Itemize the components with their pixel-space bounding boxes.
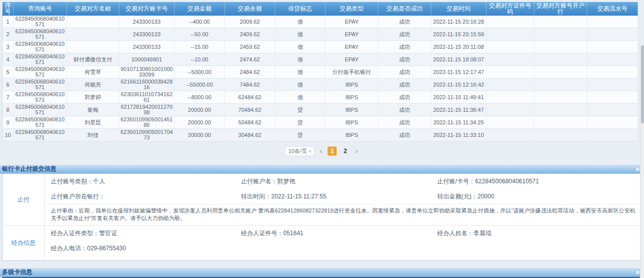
table-cell: 成功: [378, 41, 431, 53]
page-button-1[interactable]: 1: [328, 147, 337, 156]
table-cell: 何雪琴: [67, 66, 119, 79]
table-cell: 成功: [378, 79, 431, 91]
table-row: 86228450068040610571黄梅621728194200112709…: [3, 104, 638, 116]
field-row: 止付账户所在银行：转出时间：2022-11-15 11:27:55转出金额(元)…: [45, 189, 641, 204]
page-button-2[interactable]: 2: [341, 147, 350, 156]
table-cell: 刘星臣: [67, 116, 119, 129]
field-label: 经办人电话：: [51, 245, 87, 252]
table-cell: [587, 16, 638, 28]
table-cell: 3: [3, 41, 14, 53]
table-cell: 2022-11-15 11:34:25: [431, 116, 487, 129]
table-cell: [487, 129, 534, 142]
table-cell: [534, 53, 587, 66]
table-cell: 黄梅: [67, 104, 119, 116]
table-cell: 2022-11-15 11:38:47: [431, 104, 487, 116]
field-label: 止付账户所在银行：: [51, 193, 105, 200]
table-cell: 贷: [275, 116, 326, 129]
field-value: 6228450068040610571: [475, 178, 539, 185]
table-cell: 财付通微信支付: [67, 53, 119, 66]
table-cell: [487, 53, 534, 66]
prev-page-button[interactable]: ‹: [318, 147, 324, 156]
table-cell: 贷: [275, 104, 326, 116]
table-row: 26228450068040610571243300133--50.002409…: [3, 28, 638, 41]
collapse-icon[interactable]: [635, 167, 640, 171]
stop-payment-group: 止付 止付账号类别：个人止付账户名：郭梦艳止付账/卡号：622845006804…: [3, 174, 641, 225]
table-cell: 6228450068040610571: [14, 91, 67, 104]
field: 经办人证件类型：警官证: [45, 229, 235, 238]
table-cell: 2022-11-15 18:08:07: [431, 53, 487, 66]
table-cell: 9010713080100100033099: [119, 66, 175, 79]
table-cell: EPAY: [326, 28, 378, 41]
column-header: 借贷标志: [275, 2, 326, 16]
table-cell: [487, 16, 534, 28]
column-header: 交易流水号: [587, 2, 638, 16]
table-cell: IBPS: [326, 79, 378, 91]
stop-payment-reason: 止付事由：近期，我单位在接报刘妮被骗警情中，发现涉案人员利用贵单位相关账户 曹鸿…: [45, 204, 641, 225]
page-size-select[interactable]: 10条/页 ∨: [285, 146, 314, 156]
table-cell: 2022-11-15 20:15:59: [431, 28, 487, 41]
column-header: 序号: [3, 2, 14, 16]
table-cell: 7484.62: [225, 79, 275, 91]
table-cell: 1: [3, 16, 14, 28]
table-cell: 贷: [275, 129, 326, 142]
next-page-button[interactable]: ›: [354, 147, 359, 156]
scrollbar-thumb[interactable]: [641, 45, 644, 123]
table-cell: 20000.00: [175, 104, 225, 116]
transactions-table-header: 序号查询账号交易对方名称交易对方账卡号交易金额交易余额借贷标志交易类型交易是否成…: [3, 2, 638, 16]
table-cell: --8000.00: [175, 91, 225, 104]
field-label: 经办人证件类型：: [51, 230, 99, 237]
table-cell: 成功: [378, 28, 431, 41]
chevron-down-icon: ∨: [308, 149, 312, 154]
table-cell: 成功: [378, 53, 431, 66]
table-cell: EPAY: [326, 41, 378, 53]
table-cell: 6217281942001127098: [119, 104, 175, 116]
table-cell: [487, 79, 534, 91]
table-cell: [534, 28, 587, 41]
table-cell: 243300133: [119, 41, 175, 53]
table-cell: 2474.62: [225, 53, 275, 66]
table-cell: IBPS: [326, 104, 378, 116]
vertical-scrollbar[interactable]: [640, 43, 644, 278]
transactions-table: 序号查询账号交易对方名称交易对方账卡号交易金额交易余额借贷标志交易类型交易是否成…: [2, 2, 638, 142]
table-cell: [67, 28, 119, 41]
table-cell: 7: [3, 91, 14, 104]
table-cell: 30484.62: [225, 129, 275, 142]
table-cell: 刘佳: [67, 129, 119, 142]
table-cell: 62484.62: [225, 91, 275, 104]
field: 转出时间：2022-11-15 11:27:55: [235, 192, 431, 201]
table-cell: 6228450068040610571: [14, 53, 67, 66]
column-header: 交易对方账号开户行: [534, 2, 587, 16]
table-cell: 借: [275, 41, 326, 53]
table-cell: 2022-11-15 12:17:47: [431, 66, 487, 79]
field-row: 经办人电话：029-86755430: [45, 241, 641, 256]
table-cell: [534, 66, 587, 79]
table-cell: 2: [3, 28, 14, 41]
table-cell: [534, 79, 587, 91]
table-cell: 9: [3, 116, 14, 129]
table-cell: [67, 41, 119, 53]
table-cell: 2022-11-15 20:11:08: [431, 41, 487, 53]
collapse-icon[interactable]: [635, 270, 640, 274]
table-cell: 6230361101073416261: [119, 91, 175, 104]
table-cell: [487, 66, 534, 79]
table-cell: [587, 79, 638, 91]
table-cell: 2022-11-15 11:49:41: [431, 91, 487, 104]
table-cell: --50.00: [175, 28, 225, 41]
field-label: 止付账/卡号：: [437, 178, 475, 185]
table-cell: EPAY: [326, 53, 378, 66]
table-cell: 借: [275, 28, 326, 41]
field-value: 李晨琨: [473, 230, 492, 237]
column-header: 交易是否成功: [378, 2, 431, 16]
field-label: 经办人证件号：: [241, 230, 283, 237]
table-row: 36228450068040610571243300133--15.002459…: [3, 41, 638, 53]
field: 止付账户名：郭梦艳: [235, 177, 431, 186]
table-cell: 2459.62: [225, 41, 275, 53]
table-cell: 6228450068040610571: [14, 66, 67, 79]
field: 经办人姓名：李晨琨: [431, 229, 641, 238]
table-cell: 6228450068040610571: [14, 28, 67, 41]
table-row: 106228450068040610571刘佳62350109905001704…: [3, 129, 638, 142]
table-cell: [534, 41, 587, 53]
table-cell: [587, 129, 638, 142]
table-cell: 成功: [378, 129, 431, 142]
handler-info-group: 经办信息 经办人证件类型：警官证经办人证件号：051641经办人姓名：李晨琨 经…: [3, 225, 641, 260]
